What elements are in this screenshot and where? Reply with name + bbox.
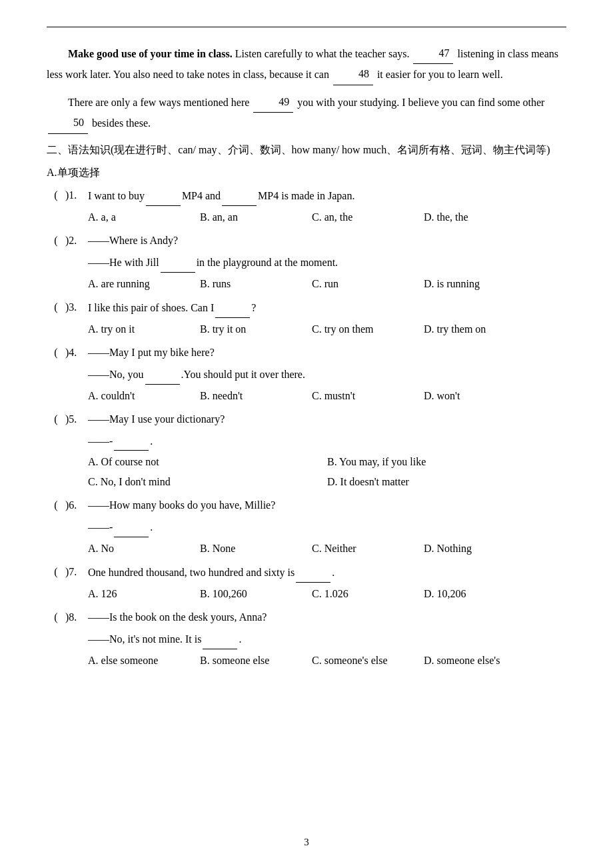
question-3: ( )3. I like this pair of shoes. Can I ?… [47,297,566,339]
q1-num: )1. [65,185,88,205]
q1-optC: C. an, the [312,207,418,227]
q7-content: One hundred thousand, two hundred and si… [88,562,566,583]
q5-optA: A. Of course not [88,452,327,472]
q3-paren: ( [47,297,65,317]
q3-main: ( )3. I like this pair of shoes. Can I ? [47,297,566,318]
q3-optC: C. try on them [312,319,418,339]
q6-options: A. No B. None C. Neither D. Nothing [88,539,566,559]
q7-options: A. 126 B. 100,260 C. 1.026 D. 10,206 [88,584,566,604]
q5-main: ( )5. ——May I use your dictionary? [47,409,566,429]
q8-optB: B. someone else [200,651,306,671]
q7-blank [296,562,330,583]
q3-content: I like this pair of shoes. Can I ? [88,297,566,318]
paragraph-2: There are only a few ways mentioned here… [47,92,566,134]
q8-options: A. else someone B. someone else C. someo… [88,651,566,671]
q5-num: )5. [65,409,88,429]
q8-blank [203,629,237,649]
q4-paren: ( [47,343,65,363]
para2-text1: There are only a few ways mentioned here [68,97,249,108]
q6-dash: ——- . [88,517,566,537]
blank-47: 47 [413,43,453,64]
q4-options: A. couldn't B. needn't C. mustn't D. won… [88,386,566,406]
q6-optB: B. None [200,539,306,559]
q6-optA: A. No [88,539,195,559]
question-8: ( )8. ——Is the book on the desk yours, A… [47,607,566,670]
q6-optD: D. Nothing [424,539,530,559]
question-5: ( )5. ——May I use your dictionary? ——- .… [47,409,566,491]
q8-optA: A. else someone [88,651,195,671]
question-2: ( )2. ——Where is Andy? ——He with Jill in… [47,231,566,293]
q4-subline: ——No, you .You should put it over there. [88,364,566,385]
q4-main: ( )4. ——May I put my bike here? [47,343,566,363]
q1-main: ( )1. I want to buy MP4 and MP4 is made … [47,185,566,206]
bold-text-1: Make good use of your time in class. [68,48,233,59]
q6-content: ——How many books do you have, Millie? [88,495,566,515]
q5-paren: ( [47,409,65,429]
q6-blank [114,517,149,537]
q2-optA: A. are running [88,274,195,294]
q2-blank [161,252,195,273]
q2-content: ——Where is Andy? [88,231,566,251]
q1-paren: ( [47,185,65,205]
q4-optD: D. won't [424,386,530,406]
q1-blank2 [222,185,257,206]
q7-optD: D. 10,206 [424,584,530,604]
q2-optB: B. runs [200,274,306,294]
q7-optA: A. 126 [88,584,195,604]
q2-main: ( )2. ——Where is Andy? [47,231,566,251]
q2-num: )2. [65,231,88,251]
q1-options: A. a, a B. an, an C. an, the D. the, the [88,207,566,227]
blank-49: 49 [253,92,293,113]
question-4: ( )4. ——May I put my bike here? ——No, yo… [47,343,566,405]
q5-optB: B. You may, if you like [327,452,566,472]
q4-content: ——May I put my bike here? [88,343,566,363]
q3-options: A. try on it B. try it on C. try on them… [88,319,566,339]
q1-optD: D. the, the [424,207,530,227]
q7-num: )7. [65,562,88,582]
q5-blank [114,431,149,451]
q7-paren: ( [47,562,65,582]
q3-optB: B. try it on [200,319,306,339]
q2-optC: C. run [312,274,418,294]
blank-48: 48 [333,64,373,85]
q3-optD: D. try them on [424,319,530,339]
q2-options: A. are running B. runs C. run D. is runn… [88,274,566,294]
top-divider [47,27,566,27]
q2-optD: D. is running [424,274,530,294]
q5-content: ——May I use your dictionary? [88,409,566,429]
para2-text2: you with your studying. I believe you ca… [297,97,544,108]
q7-main: ( )7. One hundred thousand, two hundred … [47,562,566,583]
blank-50: 50 [48,113,88,133]
q4-blank [145,364,180,385]
question-7: ( )7. One hundred thousand, two hundred … [47,562,566,603]
q6-main: ( )6. ——How many books do you have, Mill… [47,495,566,515]
page-number: 3 [47,837,566,848]
q6-optC: C. Neither [312,539,418,559]
subsection-title: A.单项选择 [47,163,566,183]
para1-text3: it easier for you to learn well. [377,69,503,80]
q1-content: I want to buy MP4 and MP4 is made in Jap… [88,185,566,206]
page: Make good use of your time in class. Lis… [0,0,613,868]
q8-optD: D. someone else's [424,651,530,671]
q8-optC: C. someone's else [312,651,418,671]
q3-num: )3. [65,297,88,317]
q7-optC: C. 1.026 [312,584,418,604]
q6-paren: ( [47,495,65,515]
q8-paren: ( [47,607,65,627]
q4-optB: B. needn't [200,386,306,406]
q1-optB: B. an, an [200,207,306,227]
q4-optC: C. mustn't [312,386,418,406]
question-1: ( )1. I want to buy MP4 and MP4 is made … [47,185,566,227]
q8-content: ——Is the book on the desk yours, Anna? [88,607,566,627]
q7-optB: B. 100,260 [200,584,306,604]
q5-options: A. Of course not B. You may, if you like… [88,452,566,491]
paragraph-1: Make good use of your time in class. Lis… [47,43,566,85]
q2-paren: ( [47,231,65,251]
q4-optA: A. couldn't [88,386,195,406]
q4-num: )4. [65,343,88,363]
q1-blank1 [146,185,181,206]
q1-optA: A. a, a [88,207,195,227]
para1-text1: Listen carefully to what the teacher say… [235,48,410,59]
q8-num: )8. [65,607,88,627]
q3-blank [215,297,250,318]
